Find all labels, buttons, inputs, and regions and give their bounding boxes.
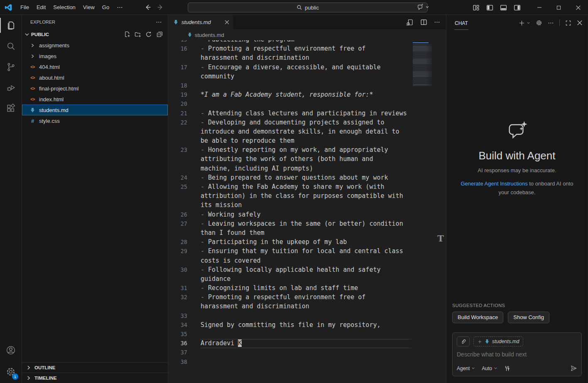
toggle-primary-sidebar-icon[interactable] bbox=[486, 4, 493, 11]
menu-go[interactable]: Go bbox=[98, 2, 113, 12]
source-control-activity-icon[interactable] bbox=[0, 56, 22, 77]
menu-file[interactable]: File bbox=[17, 2, 33, 12]
code-text[interactable]: machine, including AI prompts) bbox=[201, 164, 313, 173]
code-text[interactable]: harassment and discrimination bbox=[201, 54, 309, 63]
run-debug-activity-icon[interactable] bbox=[0, 77, 22, 98]
explorer-more-icon[interactable] bbox=[156, 19, 162, 25]
settings-gear-icon[interactable]: 1 bbox=[0, 361, 22, 383]
code-text[interactable]: Signed by committing this file in my rep… bbox=[201, 321, 380, 330]
code-text[interactable]: - Encourage a diverse, accessible, and e… bbox=[201, 63, 380, 72]
close-window-button[interactable] bbox=[568, 0, 588, 15]
folder-section-header[interactable]: PUBLIC bbox=[22, 29, 168, 40]
outline-section[interactable]: OUTLINE bbox=[22, 362, 168, 373]
code-text[interactable]: - Honestly reporting on my work, and app… bbox=[201, 146, 388, 155]
code-text[interactable]: costs is covered bbox=[201, 256, 261, 266]
close-tab-icon[interactable] bbox=[224, 20, 230, 25]
code-text[interactable]: - Participating in the upkeep of my lab bbox=[201, 238, 347, 247]
code-text[interactable]: be able to reproduce them bbox=[201, 137, 294, 146]
editor-more-icon[interactable] bbox=[434, 19, 440, 25]
folder-item-assignments[interactable]: assignments bbox=[22, 40, 168, 51]
menu-selection[interactable]: Selection bbox=[49, 2, 79, 12]
code-text[interactable]: - Allowing the Fab Academy to share my w… bbox=[201, 183, 385, 192]
refresh-icon[interactable] bbox=[145, 31, 152, 38]
menu-more-icon[interactable] bbox=[113, 2, 127, 12]
new-file-icon[interactable] bbox=[124, 31, 130, 38]
file-item-about-html[interactable]: <>about.html bbox=[22, 72, 168, 83]
breadcrumb[interactable]: students.md bbox=[168, 29, 446, 40]
code-text[interactable]: than I found them bbox=[201, 229, 265, 238]
code-text[interactable]: attribution) in the class for purposes c… bbox=[201, 192, 403, 201]
code-text[interactable]: Ardradevi K bbox=[201, 339, 242, 348]
account-icon[interactable] bbox=[0, 340, 22, 361]
code-text[interactable]: - Working safely bbox=[201, 210, 261, 220]
split-editor-icon[interactable] bbox=[420, 19, 427, 26]
menu-view[interactable]: View bbox=[79, 2, 98, 12]
model-picker[interactable]: Auto bbox=[482, 366, 497, 371]
code-text[interactable]: harassment and discrimination bbox=[201, 302, 309, 311]
copilot-menu[interactable] bbox=[416, 3, 429, 11]
command-center-search[interactable]: public bbox=[188, 2, 428, 12]
chat-settings-gear-icon[interactable] bbox=[536, 20, 542, 26]
toggle-secondary-sidebar-icon[interactable] bbox=[514, 4, 521, 11]
toggle-panel-icon[interactable] bbox=[500, 4, 507, 11]
code-text[interactable]: - Developing and documenting projects as… bbox=[201, 118, 385, 127]
file-item-final-project-html[interactable]: <>final-project.html bbox=[22, 83, 168, 94]
file-item-404-html[interactable]: <>404.html bbox=[22, 61, 168, 72]
maximize-panel-icon[interactable] bbox=[565, 20, 571, 26]
file-item-index-html[interactable]: <>index.html bbox=[22, 94, 168, 105]
new-folder-icon[interactable] bbox=[135, 31, 141, 38]
generate-agent-instructions-link[interactable]: Generate Agent Instructions bbox=[461, 181, 527, 187]
code-line: 15- Publicizing the program bbox=[168, 40, 446, 44]
code-text[interactable]: - Recognizing limits on lab and staff ti… bbox=[201, 284, 358, 293]
code-text[interactable]: - Promoting a respectful environment fre… bbox=[201, 293, 365, 302]
code-text[interactable]: - Following locally applicable health an… bbox=[201, 266, 380, 275]
tools-icon[interactable] bbox=[504, 365, 511, 372]
build-workspace-button[interactable]: Build Workspace bbox=[452, 312, 503, 323]
minimize-button[interactable] bbox=[529, 0, 549, 15]
code-text[interactable]: - Attending class lectures and participa… bbox=[201, 109, 407, 118]
code-text[interactable]: community bbox=[201, 72, 234, 81]
show-config-button[interactable]: Show Config bbox=[508, 312, 549, 323]
menu-edit[interactable]: Edit bbox=[33, 2, 49, 12]
send-icon[interactable] bbox=[570, 365, 577, 372]
maximize-button[interactable] bbox=[549, 0, 568, 15]
attach-context-button[interactable] bbox=[457, 337, 470, 346]
collapse-all-icon[interactable] bbox=[156, 31, 163, 38]
line-number: 16 bbox=[168, 44, 187, 54]
code-text[interactable]: - Ensuring that my tuition for local and… bbox=[201, 247, 403, 256]
forward-arrow-icon[interactable] bbox=[157, 4, 164, 11]
folder-item-images[interactable]: images bbox=[22, 51, 168, 61]
code-text[interactable]: - Publicizing the program bbox=[201, 40, 294, 44]
code-text[interactable]: attributing the work of others (both hum… bbox=[201, 155, 373, 164]
code-text[interactable]: - Leaving workspaces in the same (or bet… bbox=[201, 220, 403, 229]
tab-chat[interactable]: CHAT bbox=[454, 16, 468, 30]
code-text[interactable]: - Being prepared to answer questions abo… bbox=[201, 173, 388, 183]
new-chat-button[interactable] bbox=[519, 20, 530, 26]
editor-surface[interactable]: 15- Publicizing the program16- Promoting… bbox=[168, 40, 446, 383]
mode-picker[interactable]: Agent bbox=[457, 366, 475, 371]
file-item-style-css[interactable]: #style.css bbox=[22, 115, 168, 126]
tab-students-md[interactable]: students.md bbox=[168, 15, 233, 29]
close-panel-icon[interactable] bbox=[577, 20, 583, 26]
file-item-students-md[interactable]: students.md bbox=[22, 105, 168, 115]
code-line: introduce and demonstrate skills, in eno… bbox=[168, 127, 446, 137]
customize-layout-icon[interactable] bbox=[473, 4, 480, 11]
chat-more-icon[interactable] bbox=[548, 20, 554, 26]
code-text[interactable]: - Promoting a respectful environment fre… bbox=[201, 44, 365, 54]
chevron-down-icon bbox=[494, 366, 497, 370]
code-text[interactable]: its mission bbox=[201, 201, 242, 210]
search-activity-icon[interactable] bbox=[0, 36, 22, 56]
explorer-activity-icon[interactable] bbox=[0, 15, 22, 36]
minimap[interactable] bbox=[412, 41, 434, 87]
code-text[interactable]: *I am a Fab Academy student, responsible… bbox=[201, 90, 373, 100]
copilot-sparkle-chat-icon bbox=[506, 120, 528, 141]
code-text[interactable]: guidance bbox=[201, 275, 230, 284]
code-text[interactable]: introduce and demonstrate skills, in eno… bbox=[201, 127, 399, 137]
back-arrow-icon[interactable] bbox=[144, 4, 151, 11]
chat-prompt-input[interactable]: Describe what to build next bbox=[457, 351, 577, 358]
open-changes-icon[interactable] bbox=[406, 19, 414, 26]
extensions-activity-icon[interactable] bbox=[0, 98, 22, 119]
chat-input-box[interactable]: students.md Describe what to build next … bbox=[452, 332, 582, 376]
context-chip-students-md[interactable]: students.md bbox=[473, 337, 523, 346]
timeline-section[interactable]: TIMELINE bbox=[22, 373, 168, 383]
